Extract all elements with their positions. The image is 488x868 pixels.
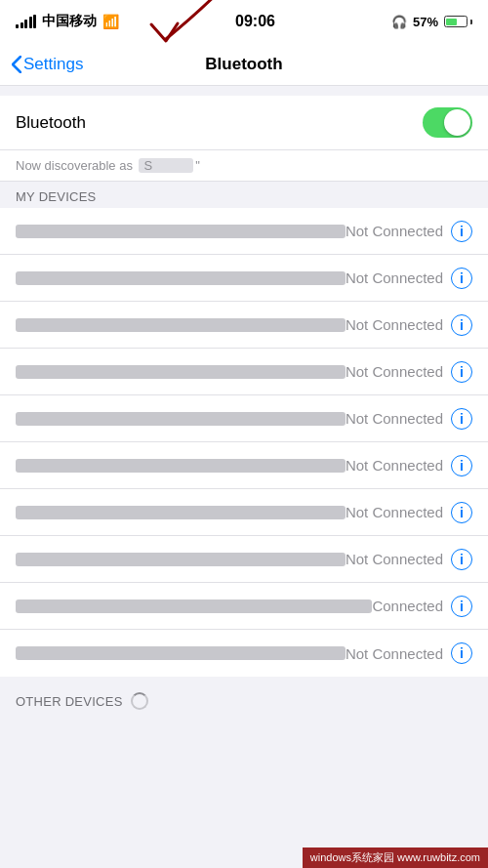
- page-title: Bluetooth: [205, 55, 282, 74]
- device-row[interactable]: Not Connected i: [0, 442, 488, 489]
- device-info-btn-10[interactable]: i: [451, 642, 472, 664]
- device-name-1: [16, 225, 346, 238]
- other-devices-header: OTHER DEVICES: [0, 677, 488, 716]
- device-right-6: Not Connected i: [346, 455, 472, 476]
- device-right-1: Not Connected i: [346, 221, 472, 242]
- bluetooth-toggle[interactable]: [423, 107, 472, 138]
- discoverable-text: Now discoverable as S ": [16, 158, 200, 173]
- device-info-btn-3[interactable]: i: [451, 314, 472, 336]
- device-status-9: Connected: [372, 598, 443, 614]
- battery-fill: [446, 19, 457, 25]
- bluetooth-toggle-section: Bluetooth Now discoverable as S ": [0, 96, 488, 182]
- status-bar-left: 中国移动 📶: [16, 13, 119, 30]
- device-info-btn-5[interactable]: i: [451, 408, 472, 430]
- nav-bar: Settings Bluetooth: [0, 43, 488, 86]
- device-name-6: [16, 459, 346, 473]
- device-status-10: Not Connected: [346, 645, 443, 662]
- device-name-4: [16, 365, 346, 379]
- device-status-7: Not Connected: [346, 504, 443, 520]
- device-row[interactable]: Not Connected i: [0, 208, 488, 255]
- battery-percent-label: 57%: [413, 15, 438, 29]
- device-display-name: S: [139, 158, 194, 173]
- battery-body: [444, 16, 468, 27]
- device-status-3: Not Connected: [346, 316, 443, 333]
- status-bar-right: 🎧 57%: [391, 15, 472, 29]
- back-button[interactable]: Settings: [12, 55, 83, 74]
- device-row[interactable]: Connected i: [0, 583, 488, 630]
- device-right-4: Not Connected i: [346, 361, 472, 383]
- device-status-8: Not Connected: [346, 551, 443, 567]
- device-row[interactable]: Not Connected i: [0, 489, 488, 536]
- device-row[interactable]: Not Connected i: [0, 395, 488, 442]
- signal-bars-icon: [16, 15, 36, 28]
- device-info-btn-8[interactable]: i: [451, 549, 472, 570]
- device-info-btn-6[interactable]: i: [451, 455, 472, 476]
- device-status-2: Not Connected: [346, 269, 443, 286]
- carrier-label: 中国移动: [42, 13, 97, 30]
- device-status-4: Not Connected: [346, 363, 443, 380]
- battery-tip: [470, 20, 472, 24]
- wifi-icon: 📶: [102, 14, 119, 29]
- device-right-3: Not Connected i: [346, 314, 472, 336]
- bluetooth-label: Bluetooth: [16, 113, 86, 133]
- my-devices-header: MY DEVICES: [0, 182, 488, 208]
- bluetooth-toggle-row: Bluetooth: [0, 96, 488, 150]
- device-row[interactable]: Not Connected i: [0, 536, 488, 583]
- back-label: Settings: [23, 55, 83, 74]
- device-status-5: Not Connected: [346, 410, 443, 427]
- device-info-btn-7[interactable]: i: [451, 502, 472, 523]
- device-right-7: Not Connected i: [346, 502, 472, 523]
- status-bar-time: 09:06: [235, 13, 275, 30]
- device-name-10: [16, 646, 346, 660]
- device-info-btn-2[interactable]: i: [451, 268, 472, 289]
- device-list: Not Connected i Not Connected i Not Conn…: [0, 208, 488, 677]
- device-row[interactable]: Not Connected i: [0, 630, 488, 677]
- other-devices-label: OTHER DEVICES: [16, 694, 123, 709]
- device-name-5: [16, 412, 346, 426]
- device-name-2: [16, 271, 346, 285]
- watermark: windows系统家园 www.ruwbitz.com: [303, 847, 488, 868]
- device-name-8: [16, 553, 346, 566]
- spacer-top: [0, 86, 488, 96]
- status-bar: 中国移动 📶 09:06 🎧 57%: [0, 0, 488, 43]
- device-row[interactable]: Not Connected i: [0, 302, 488, 349]
- device-row[interactable]: Not Connected i: [0, 349, 488, 395]
- device-right-5: Not Connected i: [346, 408, 472, 430]
- chevron-left-icon: [12, 56, 21, 73]
- device-name-9: [16, 599, 372, 613]
- battery-icon: [444, 16, 472, 27]
- headphones-icon: 🎧: [391, 15, 407, 29]
- discoverable-row: Now discoverable as S ": [0, 150, 488, 182]
- scanning-spinner: [131, 692, 148, 710]
- device-status-6: Not Connected: [346, 457, 443, 474]
- device-status-1: Not Connected: [346, 223, 443, 239]
- device-row[interactable]: Not Connected i: [0, 255, 488, 302]
- device-right-2: Not Connected i: [346, 268, 472, 289]
- device-info-btn-1[interactable]: i: [451, 221, 472, 242]
- device-info-btn-4[interactable]: i: [451, 361, 472, 383]
- toggle-knob: [444, 109, 470, 136]
- device-name-7: [16, 506, 346, 519]
- device-info-btn-9[interactable]: i: [451, 596, 472, 617]
- device-right-9: Connected i: [372, 596, 472, 617]
- device-name-3: [16, 318, 346, 332]
- device-right-10: Not Connected i: [346, 642, 472, 664]
- device-right-8: Not Connected i: [346, 549, 472, 570]
